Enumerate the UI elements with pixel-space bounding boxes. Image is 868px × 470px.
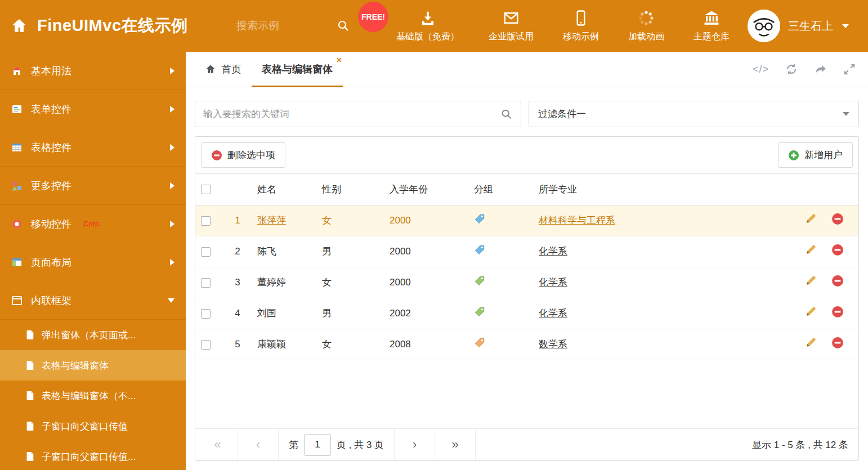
nav-item-label: 企业版试用 (489, 31, 534, 43)
sidebar-subitem-label: 表格与编辑窗体 (42, 359, 109, 372)
edit-icon[interactable] (804, 275, 817, 287)
row-checkbox[interactable] (201, 278, 211, 288)
chevron-right-icon (170, 259, 175, 266)
chevron-down-icon (842, 24, 849, 28)
major-link[interactable]: 化学系 (539, 277, 567, 288)
sidebar-item-form-controls[interactable]: 表单控件 (0, 90, 186, 128)
home-icon[interactable] (10, 17, 28, 35)
cell-year: 2008 (384, 329, 468, 360)
chevron-down-icon (843, 112, 849, 116)
nav-item-label: 基础版（免费） (396, 31, 459, 43)
nav-item-mobile-demo[interactable]: 移动示例 (563, 10, 599, 43)
nav-item-loading-animation[interactable]: 加载动画 (628, 10, 664, 43)
add-user-button[interactable]: 新增用户 (778, 142, 853, 168)
cell-gender: 男 (316, 236, 384, 267)
refresh-icon[interactable] (785, 62, 798, 76)
minus-circle-icon (211, 150, 222, 161)
tab-home[interactable]: 首页 (195, 52, 252, 87)
table-icon (11, 142, 23, 153)
row-checkbox[interactable] (201, 216, 211, 226)
form-icon (11, 104, 23, 115)
table-row[interactable]: 3 董婷婷 女 2000 化学系 (195, 267, 858, 298)
sidebar-item-grid-controls[interactable]: 表格控件 (0, 128, 186, 167)
page-number-input[interactable] (304, 434, 331, 456)
delete-icon[interactable] (831, 213, 844, 225)
tab-grid-edit-window[interactable]: 表格与编辑窗体 × (252, 52, 343, 87)
spinner-icon (638, 10, 655, 26)
filter-dropdown-value: 过滤条件一 (538, 108, 586, 120)
table-row[interactable]: 5 康颖颖 女 2008 数学系 (195, 329, 858, 360)
row-checkbox[interactable] (201, 247, 211, 257)
filter-dropdown[interactable]: 过滤条件一 (529, 101, 859, 127)
sidebar-subitem-popup-window[interactable]: 弹出窗体（本页面或... (0, 320, 186, 350)
cell-gender: 男 (316, 298, 384, 329)
sidebar-item-more-controls[interactable]: 更多控件 (0, 167, 186, 205)
cell-name: 董婷婷 (257, 277, 286, 288)
cell-gender: 女 (316, 329, 384, 360)
sidebar-subitem-label: 表格与编辑窗体（不... (42, 390, 136, 402)
search-icon[interactable] (500, 108, 513, 120)
table-row[interactable]: 1 张萍萍 女 2000 材料科学与工程系 (195, 205, 858, 236)
sidebar: 基本用法 表单控件 表格控件 更多控件 (0, 52, 186, 470)
free-badge: FREE! (358, 2, 388, 32)
major-link[interactable]: 化学系 (539, 246, 567, 257)
table-row[interactable]: 4 刘国 男 2002 化学系 (195, 298, 858, 329)
source-code-icon[interactable]: </> (753, 64, 769, 75)
sidebar-item-page-layout[interactable]: 页面布局 (0, 243, 186, 281)
nav-item-label: 主题仓库 (693, 31, 730, 43)
cell-gender: 女 (316, 267, 384, 298)
last-page-button[interactable]: » (435, 429, 476, 460)
delete-icon[interactable] (831, 306, 844, 318)
bank-icon (703, 10, 720, 26)
sidebar-subitem-child-to-parent[interactable]: 子窗口向父窗口传值 (0, 411, 186, 441)
user-menu[interactable]: 三生石上 (748, 10, 868, 42)
document-icon (25, 421, 35, 431)
table-row[interactable]: 2 陈飞 男 2000 化学系 (195, 236, 858, 267)
nav-item-enterprise-trial[interactable]: 企业版试用 (489, 10, 534, 43)
sidebar-item-basic-usage[interactable]: 基本用法 (0, 52, 186, 90)
plus-circle-icon (788, 150, 799, 161)
sidebar-subitem-child-to-parent-2[interactable]: 子窗口向父窗口传值... (0, 441, 186, 470)
edit-icon[interactable] (804, 337, 817, 349)
sidebar-subitem-grid-edit-window-2[interactable]: 表格与编辑窗体（不... (0, 381, 186, 411)
close-icon[interactable]: × (337, 56, 342, 65)
prev-page-button[interactable]: ‹ (238, 429, 279, 460)
table-header-row: 姓名 性别 入学年份 分组 所学专业 (195, 174, 858, 205)
keyword-search-box (195, 101, 521, 127)
share-icon[interactable] (814, 62, 827, 76)
column-header-gender: 性别 (316, 174, 384, 205)
delete-icon[interactable] (831, 244, 844, 256)
expand-icon[interactable] (843, 63, 856, 75)
keyword-search-input[interactable] (203, 109, 500, 120)
sidebar-item-mobile-controls[interactable]: 移动控件 Corp. (0, 205, 186, 243)
major-link[interactable]: 材料科学与工程系 (539, 215, 615, 226)
sidebar-item-label: 页面布局 (31, 256, 71, 269)
row-checkbox[interactable] (201, 340, 211, 350)
delete-icon[interactable] (831, 337, 844, 349)
sidebar-item-inline-frame[interactable]: 内联框架 (0, 281, 186, 320)
add-user-label: 新增用户 (804, 149, 843, 162)
document-icon (25, 451, 35, 462)
first-page-button[interactable]: « (198, 429, 238, 460)
app-title: FineUIMvc在线示例 (37, 15, 188, 37)
major-link[interactable]: 化学系 (539, 308, 567, 319)
delete-icon[interactable] (831, 275, 844, 287)
row-checkbox[interactable] (201, 309, 211, 319)
next-page-button[interactable]: › (395, 429, 435, 460)
nav-item-theme-repo[interactable]: 主题仓库 (693, 10, 730, 43)
top-search-input[interactable] (236, 20, 315, 32)
edit-icon[interactable] (804, 244, 817, 256)
edit-icon[interactable] (804, 213, 817, 225)
nav-item-basic-free[interactable]: FREE! 基础版（免费） (396, 10, 459, 43)
sidebar-subitem-grid-edit-window[interactable]: 表格与编辑窗体 (0, 350, 186, 381)
search-icon[interactable] (337, 19, 350, 33)
tab-label: 表格与编辑窗体 (262, 62, 333, 76)
cell-gender: 女 (316, 205, 384, 236)
nav-item-label: 加载动画 (628, 31, 664, 43)
edit-icon[interactable] (804, 306, 817, 318)
chevron-down-icon (168, 298, 175, 303)
major-link[interactable]: 数学系 (539, 339, 567, 350)
select-all-checkbox[interactable] (201, 185, 211, 194)
delete-selected-button[interactable]: 删除选中项 (201, 142, 285, 168)
cell-year: 2000 (384, 236, 468, 267)
